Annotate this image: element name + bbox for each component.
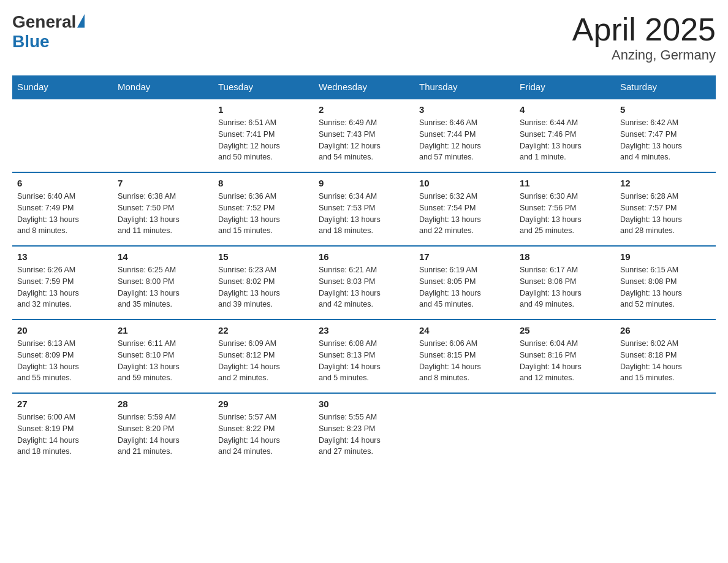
day-info: Sunrise: 6:11 AM Sunset: 8:10 PM Dayligh…	[118, 338, 208, 384]
calendar-week-row: 6Sunrise: 6:40 AM Sunset: 7:49 PM Daylig…	[12, 172, 716, 246]
calendar-cell: 11Sunrise: 6:30 AM Sunset: 7:56 PM Dayli…	[515, 172, 615, 246]
calendar-cell: 14Sunrise: 6:25 AM Sunset: 8:00 PM Dayli…	[113, 246, 213, 320]
calendar-cell: 18Sunrise: 6:17 AM Sunset: 8:06 PM Dayli…	[515, 246, 615, 320]
calendar-cell: 5Sunrise: 6:42 AM Sunset: 7:47 PM Daylig…	[615, 99, 716, 172]
day-number: 16	[319, 251, 409, 262]
day-info: Sunrise: 6:13 AM Sunset: 8:09 PM Dayligh…	[17, 338, 108, 384]
day-info: Sunrise: 6:44 AM Sunset: 7:46 PM Dayligh…	[520, 117, 610, 163]
day-info: Sunrise: 6:09 AM Sunset: 8:12 PM Dayligh…	[218, 338, 309, 384]
calendar-cell: 21Sunrise: 6:11 AM Sunset: 8:10 PM Dayli…	[113, 320, 213, 393]
day-header-wednesday: Wednesday	[314, 75, 414, 99]
day-number: 3	[419, 104, 510, 115]
calendar-month-year: April 2025	[572, 12, 716, 47]
calendar-cell: 7Sunrise: 6:38 AM Sunset: 7:50 PM Daylig…	[113, 172, 213, 246]
day-info: Sunrise: 6:26 AM Sunset: 7:59 PM Dayligh…	[17, 264, 108, 310]
day-info: Sunrise: 6:36 AM Sunset: 7:52 PM Dayligh…	[218, 191, 309, 237]
day-info: Sunrise: 6:32 AM Sunset: 7:54 PM Dayligh…	[419, 191, 510, 237]
calendar-location: Anzing, Germany	[572, 47, 716, 63]
day-number: 25	[520, 325, 610, 335]
day-number: 10	[419, 178, 510, 188]
logo-triangle-icon	[77, 14, 85, 28]
day-info: Sunrise: 6:49 AM Sunset: 7:43 PM Dayligh…	[319, 117, 409, 163]
day-info: Sunrise: 6:25 AM Sunset: 8:00 PM Dayligh…	[118, 264, 208, 310]
day-info: Sunrise: 6:15 AM Sunset: 8:08 PM Dayligh…	[620, 264, 711, 310]
calendar-cell: 9Sunrise: 6:34 AM Sunset: 7:53 PM Daylig…	[314, 172, 414, 246]
calendar-title-block: April 2025 Anzing, Germany	[572, 12, 716, 63]
day-number: 11	[520, 178, 610, 188]
day-info: Sunrise: 6:23 AM Sunset: 8:02 PM Dayligh…	[218, 264, 309, 310]
day-info: Sunrise: 6:40 AM Sunset: 7:49 PM Dayligh…	[17, 191, 108, 237]
day-header-friday: Friday	[515, 75, 615, 99]
day-number: 15	[218, 251, 309, 262]
calendar-cell: 15Sunrise: 6:23 AM Sunset: 8:02 PM Dayli…	[213, 246, 314, 320]
day-header-thursday: Thursday	[414, 75, 515, 99]
day-info: Sunrise: 6:06 AM Sunset: 8:15 PM Dayligh…	[419, 338, 510, 384]
day-number: 29	[218, 399, 309, 409]
day-info: Sunrise: 6:34 AM Sunset: 7:53 PM Dayligh…	[319, 191, 409, 237]
day-info: Sunrise: 6:28 AM Sunset: 7:57 PM Dayligh…	[620, 191, 711, 237]
calendar-cell	[414, 393, 515, 467]
day-number: 7	[118, 178, 208, 188]
calendar-cell: 17Sunrise: 6:19 AM Sunset: 8:05 PM Dayli…	[414, 246, 515, 320]
calendar-cell	[615, 393, 716, 467]
calendar-cell	[113, 99, 213, 172]
day-info: Sunrise: 6:17 AM Sunset: 8:06 PM Dayligh…	[520, 264, 610, 310]
day-number: 4	[520, 104, 610, 115]
calendar-week-row: 20Sunrise: 6:13 AM Sunset: 8:09 PM Dayli…	[12, 320, 716, 393]
calendar-cell: 4Sunrise: 6:44 AM Sunset: 7:46 PM Daylig…	[515, 99, 615, 172]
calendar-cell: 24Sunrise: 6:06 AM Sunset: 8:15 PM Dayli…	[414, 320, 515, 393]
day-number: 26	[620, 325, 711, 335]
day-header-sunday: Sunday	[12, 75, 113, 99]
calendar-cell: 10Sunrise: 6:32 AM Sunset: 7:54 PM Dayli…	[414, 172, 515, 246]
day-number: 27	[17, 399, 108, 409]
day-number: 18	[520, 251, 610, 262]
day-number: 8	[218, 178, 309, 188]
logo-general-text: General	[12, 12, 76, 32]
calendar-cell: 1Sunrise: 6:51 AM Sunset: 7:41 PM Daylig…	[213, 99, 314, 172]
day-info: Sunrise: 5:55 AM Sunset: 8:23 PM Dayligh…	[319, 412, 409, 458]
day-number: 22	[218, 325, 309, 335]
day-header-row: SundayMondayTuesdayWednesdayThursdayFrid…	[12, 75, 716, 99]
day-info: Sunrise: 6:42 AM Sunset: 7:47 PM Dayligh…	[620, 117, 711, 163]
logo: General Blue	[12, 12, 85, 52]
day-number: 30	[319, 399, 409, 409]
day-info: Sunrise: 6:21 AM Sunset: 8:03 PM Dayligh…	[319, 264, 409, 310]
day-number: 17	[419, 251, 510, 262]
day-info: Sunrise: 6:51 AM Sunset: 7:41 PM Dayligh…	[218, 117, 309, 163]
day-info: Sunrise: 6:04 AM Sunset: 8:16 PM Dayligh…	[520, 338, 610, 384]
day-number: 20	[17, 325, 108, 335]
calendar-body: 1Sunrise: 6:51 AM Sunset: 7:41 PM Daylig…	[12, 99, 716, 467]
calendar-week-row: 1Sunrise: 6:51 AM Sunset: 7:41 PM Daylig…	[12, 99, 716, 172]
day-number: 13	[17, 251, 108, 262]
day-number: 28	[118, 399, 208, 409]
day-number: 1	[218, 104, 309, 115]
logo-blue-text: Blue	[12, 32, 50, 52]
day-number: 9	[319, 178, 409, 188]
calendar-cell: 25Sunrise: 6:04 AM Sunset: 8:16 PM Dayli…	[515, 320, 615, 393]
calendar-cell: 16Sunrise: 6:21 AM Sunset: 8:03 PM Dayli…	[314, 246, 414, 320]
day-info: Sunrise: 6:08 AM Sunset: 8:13 PM Dayligh…	[319, 338, 409, 384]
calendar-cell	[12, 99, 113, 172]
calendar-cell: 2Sunrise: 6:49 AM Sunset: 7:43 PM Daylig…	[314, 99, 414, 172]
day-number: 6	[17, 178, 108, 188]
day-info: Sunrise: 6:46 AM Sunset: 7:44 PM Dayligh…	[419, 117, 510, 163]
day-info: Sunrise: 5:57 AM Sunset: 8:22 PM Dayligh…	[218, 412, 309, 458]
day-info: Sunrise: 6:00 AM Sunset: 8:19 PM Dayligh…	[17, 412, 108, 458]
day-number: 2	[319, 104, 409, 115]
calendar-cell: 8Sunrise: 6:36 AM Sunset: 7:52 PM Daylig…	[213, 172, 314, 246]
day-info: Sunrise: 6:02 AM Sunset: 8:18 PM Dayligh…	[620, 338, 711, 384]
calendar-table: SundayMondayTuesdayWednesdayThursdayFrid…	[12, 75, 716, 467]
day-number: 12	[620, 178, 711, 188]
day-number: 24	[419, 325, 510, 335]
day-number: 5	[620, 104, 711, 115]
calendar-header: SundayMondayTuesdayWednesdayThursdayFrid…	[12, 75, 716, 99]
calendar-week-row: 27Sunrise: 6:00 AM Sunset: 8:19 PM Dayli…	[12, 393, 716, 467]
day-number: 14	[118, 251, 208, 262]
day-header-saturday: Saturday	[615, 75, 716, 99]
day-header-tuesday: Tuesday	[213, 75, 314, 99]
calendar-week-row: 13Sunrise: 6:26 AM Sunset: 7:59 PM Dayli…	[12, 246, 716, 320]
day-info: Sunrise: 6:19 AM Sunset: 8:05 PM Dayligh…	[419, 264, 510, 310]
calendar-cell: 3Sunrise: 6:46 AM Sunset: 7:44 PM Daylig…	[414, 99, 515, 172]
page-header: General Blue April 2025 Anzing, Germany	[12, 12, 716, 63]
calendar-cell: 29Sunrise: 5:57 AM Sunset: 8:22 PM Dayli…	[213, 393, 314, 467]
